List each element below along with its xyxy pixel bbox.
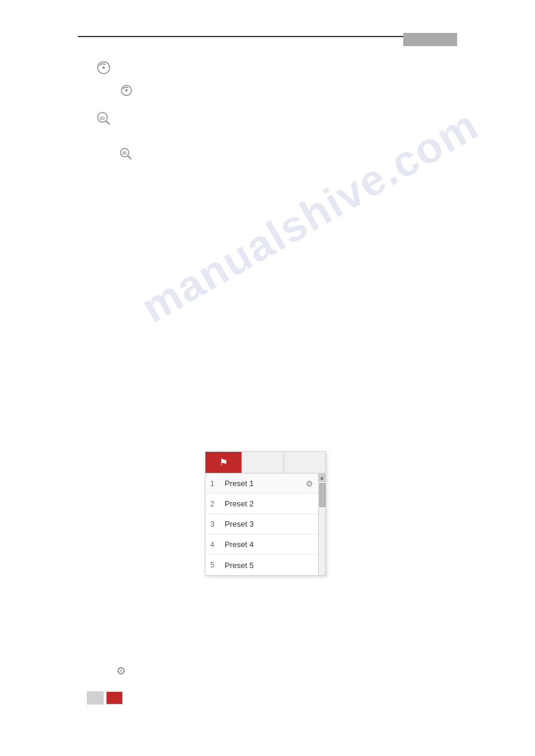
preset-tab-2[interactable] <box>241 452 283 473</box>
preset-row-5[interactable]: 5 Preset 5 <box>205 555 325 575</box>
svg-text:3D: 3D <box>122 151 128 155</box>
preset-row-2[interactable]: 2 Preset 2 <box>205 494 325 514</box>
preset-number-1: 1 <box>210 479 220 488</box>
preset-panel: ⚑ 1 Preset 1 ⚙ 2 Preset 2 3 Preset 3 4 P… <box>205 451 326 576</box>
3d-zoom-icon-1[interactable]: 3D <box>96 111 111 128</box>
bottom-color-swatches <box>87 691 123 705</box>
3d-zoom-icon-2[interactable]: 3D <box>119 147 133 163</box>
preset-name-2: Preset 2 <box>225 499 313 508</box>
preset-name-3: Preset 3 <box>225 520 313 529</box>
preset-tab-3[interactable] <box>283 452 325 473</box>
top-divider <box>78 36 457 37</box>
scrollbar-thumb[interactable] <box>319 483 325 507</box>
preset-number-4: 4 <box>210 541 220 549</box>
top-right-button[interactable] <box>403 33 457 46</box>
svg-point-3 <box>125 89 128 92</box>
preset-row-3[interactable]: 3 Preset 3 <box>205 514 325 535</box>
svg-text:3D: 3D <box>99 116 105 120</box>
scrollbar-up-arrow[interactable]: ▲ <box>319 473 325 482</box>
preset-row-4[interactable]: 4 Preset 4 <box>205 535 325 555</box>
rotate-icon-2[interactable] <box>120 84 133 99</box>
preset-tab-flag[interactable]: ⚑ <box>205 452 241 473</box>
preset-name-1: Preset 1 <box>225 479 306 488</box>
preset-name-4: Preset 4 <box>225 540 313 549</box>
preset-scrollbar[interactable]: ▲ <box>318 473 325 575</box>
preset-gear-icon-1[interactable]: ⚙ <box>306 479 313 488</box>
flag-icon: ⚑ <box>219 457 228 468</box>
color-swatch-red[interactable] <box>106 691 123 705</box>
bottom-gear-icon[interactable]: ⚙ <box>116 664 126 678</box>
svg-line-5 <box>106 121 110 125</box>
preset-name-5: Preset 5 <box>225 561 313 570</box>
watermark: manualshive.com <box>133 100 486 332</box>
preset-number-3: 3 <box>210 520 220 529</box>
preset-number-5: 5 <box>210 561 220 569</box>
svg-line-8 <box>128 156 131 159</box>
rotate-icon-1[interactable] <box>96 60 111 77</box>
preset-number-2: 2 <box>210 500 220 508</box>
color-swatch-gray[interactable] <box>87 691 104 705</box>
preset-row-1[interactable]: 1 Preset 1 ⚙ <box>205 473 325 494</box>
svg-point-1 <box>102 66 105 69</box>
preset-list: 1 Preset 1 ⚙ 2 Preset 2 3 Preset 3 4 Pre… <box>205 473 325 575</box>
preset-tabs: ⚑ <box>205 452 325 473</box>
